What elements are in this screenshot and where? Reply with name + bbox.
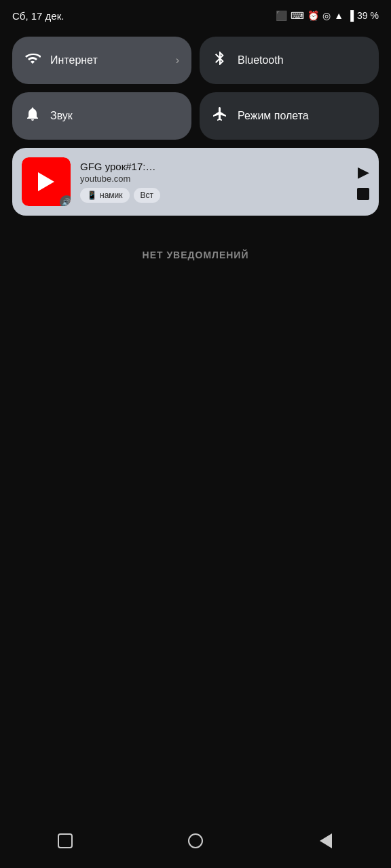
back-icon [320,833,332,848]
airplane-tile[interactable]: Режим полета [200,92,379,140]
datetime: Сб, 17 дек. [12,10,64,22]
sound-label: Звук [50,110,73,122]
airplane-label: Режим полета [238,110,309,122]
device-name: намик [100,191,123,200]
status-icons: ⬛ ⌨ ⏰ ◎ ▲ ▐ 39 % [276,10,379,21]
device-cast-btn[interactable]: Вст [134,188,161,203]
recent-apps-button[interactable] [45,826,86,856]
media-card: 🔊 GFG урок#17:… youtube.com 📱 намик Вст … [12,148,379,216]
internet-label: Интернет [50,54,98,66]
sound-tile[interactable]: Звук [12,92,191,140]
recent-icon [58,833,73,848]
back-button[interactable] [305,826,346,856]
cast-label: Вст [141,191,154,200]
quick-settings-panel: Интернет › Bluetooth Звук Режим полета [0,30,391,140]
media-device-buttons: 📱 намик Вст [80,188,348,203]
youtube-play-icon [38,172,54,191]
bluetooth-tile[interactable]: Bluetooth [200,37,379,84]
media-title: GFG урок#17:… [80,161,348,172]
status-bar: Сб, 17 дек. ⬛ ⌨ ⏰ ◎ ▲ ▐ 39 % [0,0,391,30]
stop-button[interactable] [357,188,369,200]
volume-icon: 🔊 [60,195,71,206]
chevron-right-icon: › [176,54,179,66]
internet-tile[interactable]: Интернет › [12,37,191,84]
media-controls: ▶ [357,163,369,200]
alarm-icon: ⏰ [308,10,319,21]
navigation-bar [0,819,391,868]
play-button[interactable]: ▶ [358,163,369,181]
location-icon: ◎ [322,10,331,21]
wifi-icon [24,50,41,71]
keyboard-icon: ⌨ [291,10,304,21]
media-info: GFG урок#17:… youtube.com 📱 намик Вст [80,161,348,203]
wifi-status-icon: ▲ [334,10,343,21]
battery-text: 39 % [357,10,379,21]
bluetooth-label: Bluetooth [238,54,284,66]
device-phone-btn[interactable]: 📱 намик [80,188,130,203]
bluetooth-icon [212,50,228,71]
bell-icon [24,106,41,126]
phone-icon: 📱 [87,191,97,200]
media-thumbnail: 🔊 [22,157,71,206]
media-subtitle: youtube.com [80,174,348,184]
signal-icon: ▐ [347,10,354,21]
airplane-icon [212,106,228,126]
home-icon [188,833,203,848]
no-notifications-label: НЕТ УВЕДОМЛЕНИЙ [0,250,391,260]
screenshot-icon: ⬛ [276,10,287,21]
home-button[interactable] [175,826,216,856]
